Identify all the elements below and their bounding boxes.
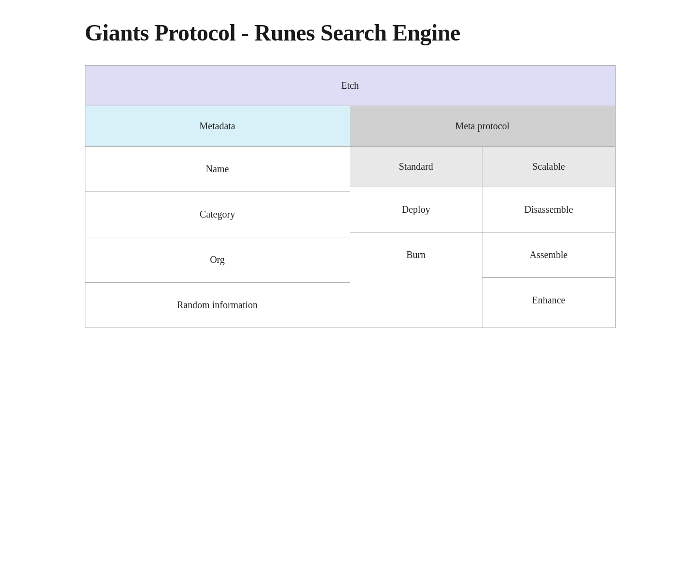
scalable-header-cell: Scalable — [482, 147, 615, 187]
left-cell-org: Org — [85, 237, 350, 283]
scalable-cell-enhance: Enhance — [482, 278, 615, 323]
standard-cell-deploy: Deploy — [350, 187, 482, 232]
etch-row: Etch — [85, 66, 615, 106]
right-column: Standard Scalable Deploy Burn — [350, 147, 615, 328]
metadata-label: Metadata — [199, 121, 235, 131]
metadata-cell: Metadata — [85, 106, 350, 146]
diagram: Etch Metadata Meta protocol Name Categor… — [85, 65, 616, 328]
scalable-cell-disassemble: Disassemble — [482, 187, 615, 232]
left-column: Name Category Org Random information — [85, 147, 350, 328]
second-row: Metadata Meta protocol — [85, 106, 615, 147]
standard-header-cell: Standard — [350, 147, 483, 187]
standard-cell-burn: Burn — [350, 232, 482, 277]
content-rows: Name Category Org Random information Sta… — [85, 147, 615, 328]
right-header-row: Standard Scalable — [350, 147, 615, 187]
left-cell-random-info: Random information — [85, 283, 350, 328]
scalable-col: Disassemble Assemble Enhance — [482, 187, 615, 328]
page-title: Giants Protocol - Runes Search Engine — [85, 19, 616, 46]
standard-col: Deploy Burn — [350, 187, 483, 328]
page-container: Giants Protocol - Runes Search Engine Et… — [85, 19, 616, 328]
right-content-rows: Deploy Burn Disassemble Assemble — [350, 187, 615, 328]
left-cell-name: Name — [85, 147, 350, 192]
meta-protocol-cell: Meta protocol — [350, 106, 615, 146]
scalable-cell-assemble: Assemble — [482, 232, 615, 278]
etch-label: Etch — [341, 80, 359, 91]
left-cell-category: Category — [85, 192, 350, 237]
meta-protocol-label: Meta protocol — [455, 121, 510, 131]
